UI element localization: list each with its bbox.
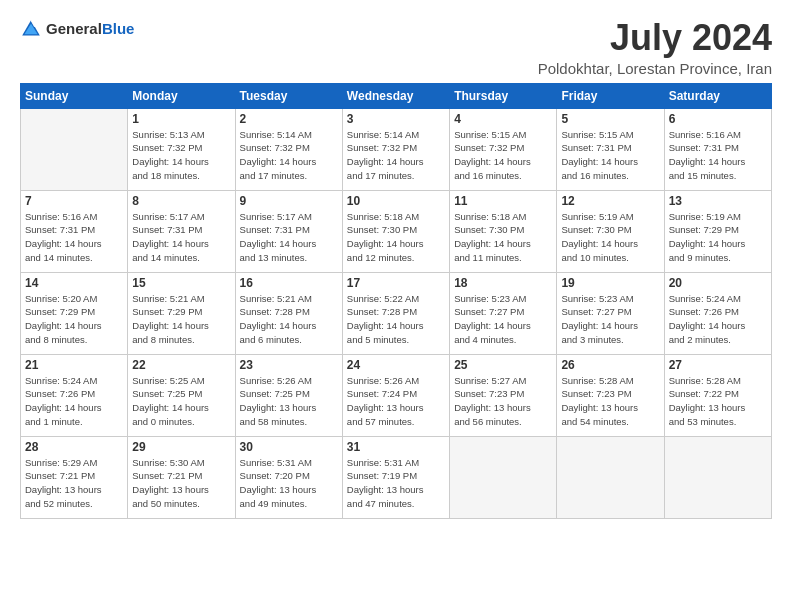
day-info: Sunrise: 5:20 AM Sunset: 7:29 PM Dayligh…: [25, 292, 123, 347]
day-number: 16: [240, 276, 338, 290]
day-number: 8: [132, 194, 230, 208]
table-row: 23Sunrise: 5:26 AM Sunset: 7:25 PM Dayli…: [235, 354, 342, 436]
day-number: 27: [669, 358, 767, 372]
table-row: 5Sunrise: 5:15 AM Sunset: 7:31 PM Daylig…: [557, 108, 664, 190]
calendar-header: Sunday Monday Tuesday Wednesday Thursday…: [21, 83, 772, 108]
table-row: 1Sunrise: 5:13 AM Sunset: 7:32 PM Daylig…: [128, 108, 235, 190]
day-number: 31: [347, 440, 445, 454]
day-number: 1: [132, 112, 230, 126]
table-row: [450, 436, 557, 518]
logo-general: GeneralBlue: [46, 20, 134, 38]
header-friday: Friday: [557, 83, 664, 108]
day-number: 4: [454, 112, 552, 126]
title-block: July 2024 Poldokhtar, Lorestan Province,…: [538, 18, 772, 77]
table-row: 25Sunrise: 5:27 AM Sunset: 7:23 PM Dayli…: [450, 354, 557, 436]
day-info: Sunrise: 5:19 AM Sunset: 7:29 PM Dayligh…: [669, 210, 767, 265]
day-number: 15: [132, 276, 230, 290]
day-info: Sunrise: 5:27 AM Sunset: 7:23 PM Dayligh…: [454, 374, 552, 429]
day-number: 24: [347, 358, 445, 372]
table-row: 31Sunrise: 5:31 AM Sunset: 7:19 PM Dayli…: [342, 436, 449, 518]
day-number: 11: [454, 194, 552, 208]
table-row: 9Sunrise: 5:17 AM Sunset: 7:31 PM Daylig…: [235, 190, 342, 272]
table-row: 6Sunrise: 5:16 AM Sunset: 7:31 PM Daylig…: [664, 108, 771, 190]
day-info: Sunrise: 5:15 AM Sunset: 7:32 PM Dayligh…: [454, 128, 552, 183]
table-row: 24Sunrise: 5:26 AM Sunset: 7:24 PM Dayli…: [342, 354, 449, 436]
day-number: 19: [561, 276, 659, 290]
table-row: 11Sunrise: 5:18 AM Sunset: 7:30 PM Dayli…: [450, 190, 557, 272]
day-number: 21: [25, 358, 123, 372]
day-number: 6: [669, 112, 767, 126]
header-monday: Monday: [128, 83, 235, 108]
day-number: 13: [669, 194, 767, 208]
table-row: 26Sunrise: 5:28 AM Sunset: 7:23 PM Dayli…: [557, 354, 664, 436]
table-row: 19Sunrise: 5:23 AM Sunset: 7:27 PM Dayli…: [557, 272, 664, 354]
day-info: Sunrise: 5:31 AM Sunset: 7:19 PM Dayligh…: [347, 456, 445, 511]
day-number: 14: [25, 276, 123, 290]
table-row: 22Sunrise: 5:25 AM Sunset: 7:25 PM Dayli…: [128, 354, 235, 436]
day-info: Sunrise: 5:17 AM Sunset: 7:31 PM Dayligh…: [132, 210, 230, 265]
day-number: 20: [669, 276, 767, 290]
day-number: 29: [132, 440, 230, 454]
header-sunday: Sunday: [21, 83, 128, 108]
table-row: 2Sunrise: 5:14 AM Sunset: 7:32 PM Daylig…: [235, 108, 342, 190]
table-row: 13Sunrise: 5:19 AM Sunset: 7:29 PM Dayli…: [664, 190, 771, 272]
table-row: 17Sunrise: 5:22 AM Sunset: 7:28 PM Dayli…: [342, 272, 449, 354]
header-thursday: Thursday: [450, 83, 557, 108]
day-number: 18: [454, 276, 552, 290]
table-row: 20Sunrise: 5:24 AM Sunset: 7:26 PM Dayli…: [664, 272, 771, 354]
day-info: Sunrise: 5:16 AM Sunset: 7:31 PM Dayligh…: [25, 210, 123, 265]
day-info: Sunrise: 5:23 AM Sunset: 7:27 PM Dayligh…: [454, 292, 552, 347]
day-info: Sunrise: 5:23 AM Sunset: 7:27 PM Dayligh…: [561, 292, 659, 347]
table-row: 29Sunrise: 5:30 AM Sunset: 7:21 PM Dayli…: [128, 436, 235, 518]
table-row: 30Sunrise: 5:31 AM Sunset: 7:20 PM Dayli…: [235, 436, 342, 518]
day-info: Sunrise: 5:24 AM Sunset: 7:26 PM Dayligh…: [669, 292, 767, 347]
table-row: 21Sunrise: 5:24 AM Sunset: 7:26 PM Dayli…: [21, 354, 128, 436]
day-info: Sunrise: 5:14 AM Sunset: 7:32 PM Dayligh…: [240, 128, 338, 183]
table-row: 28Sunrise: 5:29 AM Sunset: 7:21 PM Dayli…: [21, 436, 128, 518]
day-info: Sunrise: 5:26 AM Sunset: 7:25 PM Dayligh…: [240, 374, 338, 429]
header-tuesday: Tuesday: [235, 83, 342, 108]
day-info: Sunrise: 5:28 AM Sunset: 7:22 PM Dayligh…: [669, 374, 767, 429]
table-row: 10Sunrise: 5:18 AM Sunset: 7:30 PM Dayli…: [342, 190, 449, 272]
day-info: Sunrise: 5:30 AM Sunset: 7:21 PM Dayligh…: [132, 456, 230, 511]
day-info: Sunrise: 5:13 AM Sunset: 7:32 PM Dayligh…: [132, 128, 230, 183]
day-info: Sunrise: 5:14 AM Sunset: 7:32 PM Dayligh…: [347, 128, 445, 183]
table-row: 3Sunrise: 5:14 AM Sunset: 7:32 PM Daylig…: [342, 108, 449, 190]
day-info: Sunrise: 5:25 AM Sunset: 7:25 PM Dayligh…: [132, 374, 230, 429]
day-number: 17: [347, 276, 445, 290]
day-info: Sunrise: 5:17 AM Sunset: 7:31 PM Dayligh…: [240, 210, 338, 265]
logo-icon: [20, 18, 42, 40]
calendar-body: 1Sunrise: 5:13 AM Sunset: 7:32 PM Daylig…: [21, 108, 772, 518]
day-number: 2: [240, 112, 338, 126]
header: GeneralBlue July 2024 Poldokhtar, Lorest…: [20, 18, 772, 77]
day-number: 28: [25, 440, 123, 454]
table-row: 12Sunrise: 5:19 AM Sunset: 7:30 PM Dayli…: [557, 190, 664, 272]
table-row: [21, 108, 128, 190]
day-info: Sunrise: 5:24 AM Sunset: 7:26 PM Dayligh…: [25, 374, 123, 429]
day-number: 3: [347, 112, 445, 126]
day-number: 25: [454, 358, 552, 372]
calendar-table: Sunday Monday Tuesday Wednesday Thursday…: [20, 83, 772, 519]
day-info: Sunrise: 5:31 AM Sunset: 7:20 PM Dayligh…: [240, 456, 338, 511]
day-info: Sunrise: 5:21 AM Sunset: 7:28 PM Dayligh…: [240, 292, 338, 347]
day-number: 26: [561, 358, 659, 372]
day-info: Sunrise: 5:18 AM Sunset: 7:30 PM Dayligh…: [347, 210, 445, 265]
month-title: July 2024: [538, 18, 772, 58]
table-row: [557, 436, 664, 518]
table-row: 15Sunrise: 5:21 AM Sunset: 7:29 PM Dayli…: [128, 272, 235, 354]
table-row: 18Sunrise: 5:23 AM Sunset: 7:27 PM Dayli…: [450, 272, 557, 354]
day-info: Sunrise: 5:19 AM Sunset: 7:30 PM Dayligh…: [561, 210, 659, 265]
table-row: 14Sunrise: 5:20 AM Sunset: 7:29 PM Dayli…: [21, 272, 128, 354]
day-number: 9: [240, 194, 338, 208]
day-number: 30: [240, 440, 338, 454]
table-row: 27Sunrise: 5:28 AM Sunset: 7:22 PM Dayli…: [664, 354, 771, 436]
day-info: Sunrise: 5:21 AM Sunset: 7:29 PM Dayligh…: [132, 292, 230, 347]
day-info: Sunrise: 5:29 AM Sunset: 7:21 PM Dayligh…: [25, 456, 123, 511]
day-number: 10: [347, 194, 445, 208]
day-info: Sunrise: 5:15 AM Sunset: 7:31 PM Dayligh…: [561, 128, 659, 183]
table-row: 4Sunrise: 5:15 AM Sunset: 7:32 PM Daylig…: [450, 108, 557, 190]
table-row: 16Sunrise: 5:21 AM Sunset: 7:28 PM Dayli…: [235, 272, 342, 354]
logo: GeneralBlue: [20, 18, 134, 40]
day-number: 23: [240, 358, 338, 372]
header-wednesday: Wednesday: [342, 83, 449, 108]
